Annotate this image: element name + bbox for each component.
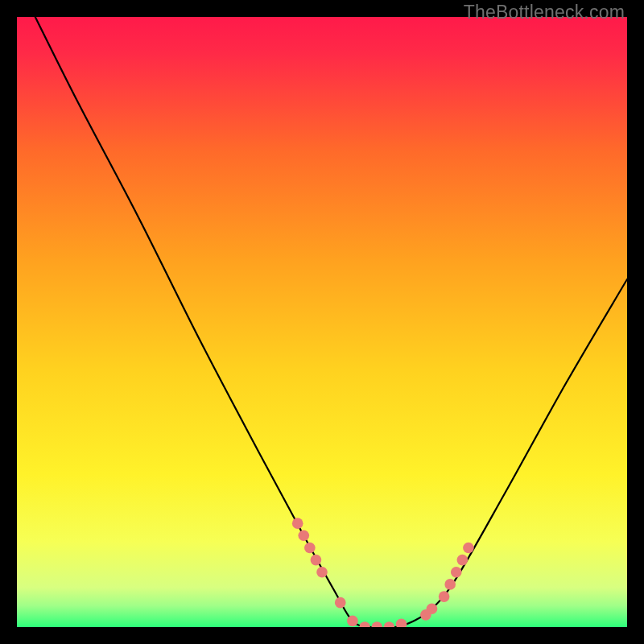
optimal-dot	[427, 603, 438, 614]
optimal-dot	[316, 567, 328, 578]
optimal-dot	[335, 597, 346, 609]
gradient-background	[17, 17, 627, 627]
bottleneck-chart	[17, 17, 627, 627]
optimal-dot	[292, 518, 303, 529]
optimal-dot	[451, 567, 462, 578]
optimal-dot	[311, 555, 322, 566]
optimal-dot	[457, 555, 469, 566]
optimal-dot	[444, 579, 456, 590]
optimal-dot	[304, 543, 316, 554]
watermark-text: TheBottleneck.com	[464, 2, 625, 23]
optimal-dot	[439, 591, 450, 602]
chart-frame	[17, 17, 627, 627]
optimal-dot	[463, 543, 474, 554]
optimal-dot	[347, 616, 358, 627]
optimal-dot	[298, 530, 309, 541]
